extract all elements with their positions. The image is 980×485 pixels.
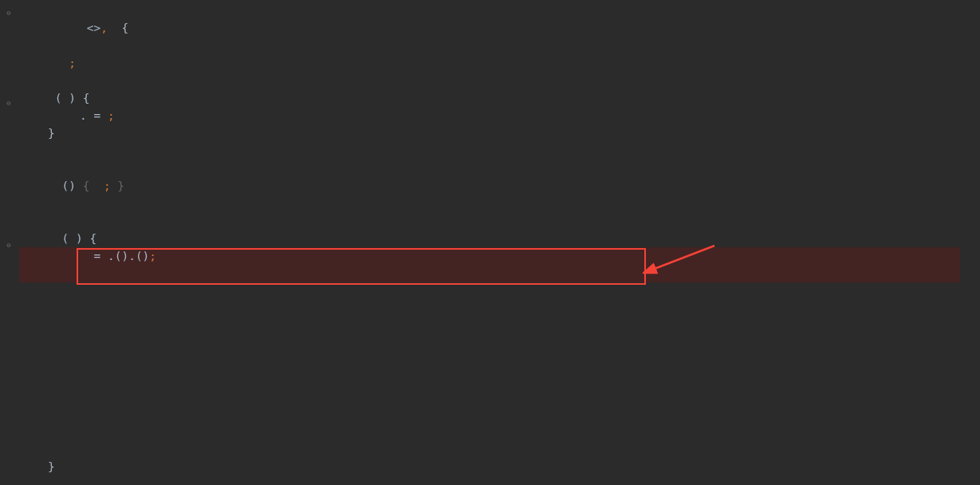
code-line: ;: [48, 54, 76, 72]
code-line: }: [48, 124, 55, 142]
code-editor[interactable]: <>, { ; ( ) { . = ; } () { ; } ( ) { = .…: [0, 0, 980, 485]
code-line: . = ;: [80, 107, 115, 124]
code-line: () { ; }: [48, 177, 124, 195]
code-line: [19, 2, 33, 19]
code-line: ( ) {: [48, 89, 89, 107]
code-line: <>, {: [80, 19, 128, 37]
highlight-box: [77, 248, 646, 285]
code-line: ( ) {: [48, 230, 96, 247]
code-line: }: [48, 458, 55, 475]
